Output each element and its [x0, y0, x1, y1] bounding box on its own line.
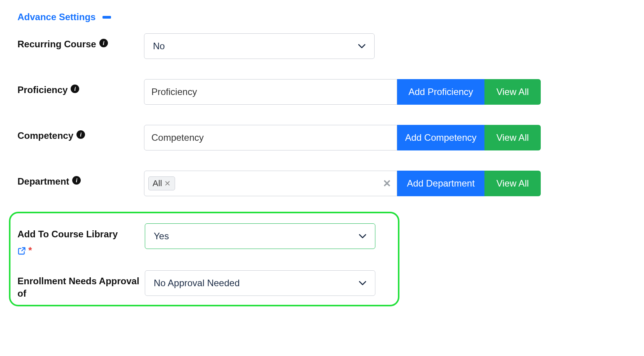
- add-proficiency-button[interactable]: Add Proficiency: [397, 79, 484, 105]
- clear-all-icon[interactable]: ✕: [383, 178, 391, 188]
- recurring-course-select[interactable]: No: [144, 33, 375, 59]
- info-icon[interactable]: i: [99, 39, 108, 47]
- controls-library: Yes: [145, 223, 391, 249]
- controls-approval: No Approval Needed: [145, 270, 391, 296]
- view-all-proficiency-button[interactable]: View All: [484, 79, 541, 105]
- section-title: Advance Settings: [17, 12, 95, 22]
- required-star: *: [28, 244, 32, 257]
- controls-recurring: No: [144, 33, 627, 59]
- chip-label: All: [153, 178, 162, 188]
- row-competency: Competency i Add Competency View All: [17, 125, 627, 150]
- row-department: Department i All ✕ ✕ Add Department View…: [17, 171, 627, 196]
- label-text: Add To Course Library: [17, 228, 118, 240]
- info-icon[interactable]: i: [71, 85, 79, 93]
- add-competency-button[interactable]: Add Competency: [397, 125, 484, 150]
- enrollment-approval-select[interactable]: No Approval Needed: [145, 270, 375, 296]
- row-proficiency: Proficiency i Add Proficiency View All: [17, 79, 627, 105]
- select-value: No Approval Needed: [154, 278, 240, 289]
- label-text: Competency: [17, 130, 73, 142]
- controls-proficiency: Add Proficiency View All: [144, 79, 627, 105]
- chevron-down-icon: [359, 234, 366, 238]
- external-link-icon[interactable]: [17, 247, 26, 255]
- add-department-button[interactable]: Add Department: [397, 171, 484, 196]
- label-proficiency: Proficiency i: [17, 79, 144, 96]
- label-text: Department: [17, 175, 69, 188]
- view-all-department-button[interactable]: View All: [484, 171, 541, 196]
- select-value: Yes: [154, 231, 169, 242]
- competency-input-wrap: [144, 125, 397, 150]
- label-course-library: Add To Course Library *: [17, 223, 145, 256]
- chevron-down-icon: [358, 44, 366, 48]
- controls-department: All ✕ ✕ Add Department View All: [144, 171, 627, 196]
- label-enrollment-approval: Enrollment Needs Approval of: [17, 270, 145, 300]
- chevron-down-icon: [359, 281, 366, 285]
- highlight-region: Add To Course Library * Yes Enrollment N…: [9, 212, 399, 306]
- competency-input[interactable]: [151, 132, 390, 143]
- proficiency-input-wrap: [144, 79, 397, 105]
- remove-chip-icon[interactable]: ✕: [164, 180, 171, 187]
- controls-competency: Add Competency View All: [144, 125, 627, 150]
- label-recurring-course: Recurring Course i: [17, 33, 144, 50]
- row-enrollment-approval: Enrollment Needs Approval of No Approval…: [17, 270, 391, 300]
- info-icon[interactable]: i: [76, 130, 85, 139]
- label-text: Enrollment Needs Approval of: [17, 275, 145, 300]
- label-competency: Competency i: [17, 125, 144, 142]
- view-all-competency-button[interactable]: View All: [484, 125, 541, 150]
- row-course-library: Add To Course Library * Yes: [17, 223, 391, 256]
- info-icon[interactable]: i: [72, 176, 81, 185]
- proficiency-input[interactable]: [151, 86, 390, 97]
- label-department: Department i: [17, 171, 144, 188]
- course-library-select[interactable]: Yes: [145, 223, 375, 249]
- label-text: Proficiency: [17, 84, 68, 96]
- department-tag-input[interactable]: All ✕ ✕: [144, 171, 397, 196]
- advance-settings-header[interactable]: Advance Settings: [17, 12, 627, 22]
- label-text: Recurring Course: [17, 38, 96, 50]
- row-recurring-course: Recurring Course i No: [17, 33, 627, 59]
- collapse-icon: [102, 16, 111, 19]
- department-chip-all: All ✕: [148, 176, 175, 190]
- select-value: No: [153, 41, 165, 52]
